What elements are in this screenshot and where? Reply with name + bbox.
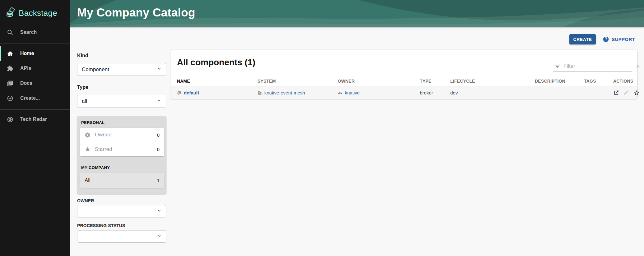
type-select-value: all: [82, 98, 87, 104]
type-select[interactable]: all: [77, 95, 166, 107]
column-header-lifecycle[interactable]: LIFECYCLE: [450, 79, 535, 84]
group-icon: [338, 90, 343, 95]
personal-filter-group: Owned 0 Starred 0: [80, 128, 164, 156]
support-label: SUPPORT: [612, 37, 635, 42]
help-icon: [603, 36, 609, 43]
table-header-row: NAME SYSTEM OWNER TYPE LIFECYCLE DESCRIP…: [171, 76, 637, 86]
kind-select[interactable]: Component: [77, 63, 166, 76]
backstage-logo[interactable]: Backstage: [0, 7, 57, 19]
column-header-owner[interactable]: OWNER: [338, 79, 420, 84]
cell-type: broker: [420, 90, 450, 95]
column-header-tags[interactable]: TAGS: [584, 79, 613, 84]
type-filter-label: Type: [77, 85, 88, 90]
home-icon: [7, 50, 13, 57]
sidebar-item-label: Search: [20, 30, 37, 35]
kind-filter-label: Kind: [77, 53, 88, 58]
owner-link[interactable]: knative: [345, 90, 360, 95]
chevron-down-icon: [157, 98, 162, 104]
owner-filter-label: OWNER: [77, 198, 94, 203]
chip-icon: [177, 90, 182, 95]
sidebar-item-docs[interactable]: Docs: [0, 76, 70, 91]
owner-select[interactable]: [77, 205, 166, 217]
chevron-down-icon: [157, 208, 162, 215]
close-icon[interactable]: [635, 64, 641, 69]
sidebar-item-home[interactable]: Home: [0, 46, 70, 61]
filter-icon: [554, 63, 560, 69]
sidebar-item-create[interactable]: Create...: [0, 91, 70, 106]
backstage-app: My Company Catalog Backstage Search: [0, 0, 644, 256]
system-link[interactable]: knative-event-mesh: [264, 90, 305, 95]
star-border-icon[interactable]: [633, 89, 640, 96]
components-table-card: All components (1) NAME SYSTEM OWNER TYP…: [171, 50, 637, 99]
filter-starred-count: 0: [157, 147, 160, 152]
company-section-heading: MY COMPANY: [81, 165, 110, 170]
support-button[interactable]: SUPPORT: [603, 35, 635, 43]
filter-all-label: All: [85, 177, 90, 184]
cell-actions: [613, 89, 640, 96]
open-in-new-icon[interactable]: [613, 90, 619, 96]
search-icon: [7, 29, 13, 36]
cell-system: knative-event-mesh: [257, 90, 338, 95]
sidebar-item-label: Create...: [20, 95, 40, 101]
cell-lifecycle: dev: [450, 90, 535, 95]
sidebar-item-tech-radar[interactable]: Tech Radar: [0, 112, 70, 127]
puzzle-icon: [7, 65, 13, 72]
filter-owned-count: 0: [157, 132, 160, 138]
create-button[interactable]: CREATE: [569, 34, 596, 44]
cell-owner: knative: [338, 90, 420, 95]
filter-starred-label: Starred: [95, 146, 112, 153]
entity-link[interactable]: default: [184, 90, 199, 95]
logo-text: Backstage: [19, 8, 57, 18]
sidebar-item-label: Docs: [20, 80, 32, 86]
table-title: All components (1): [177, 57, 255, 67]
table-row: default knative-event-mesh: [171, 86, 637, 99]
catalog-filter-card: PERSONAL Owned 0 Starred 0: [77, 116, 166, 194]
tech-radar-icon: [7, 116, 13, 123]
filter-owned[interactable]: Owned 0: [80, 128, 164, 142]
column-header-name[interactable]: NAME: [177, 79, 257, 84]
star-icon: [85, 146, 90, 152]
page-header: My Company Catalog: [70, 0, 644, 27]
column-header-actions: ACTIONS: [613, 79, 633, 84]
backstage-logo-icon: [6, 7, 16, 19]
sidebar-item-label: Tech Radar: [20, 117, 47, 122]
column-header-type[interactable]: TYPE: [420, 79, 450, 84]
kind-select-value: Component: [82, 66, 109, 73]
sidebar-item-label: APIs: [20, 66, 31, 71]
sidebar-item-apis[interactable]: APIs: [0, 61, 70, 76]
table-filter-input[interactable]: [563, 63, 632, 69]
sidebar-divider: [0, 43, 70, 44]
column-header-system[interactable]: SYSTEM: [257, 79, 338, 84]
filter-starred[interactable]: Starred 0: [80, 142, 164, 156]
sidebar-divider: [0, 109, 70, 110]
building-icon: [257, 90, 262, 95]
filter-all-count: 1: [157, 178, 160, 183]
table-filter-field: [553, 61, 632, 71]
filter-all[interactable]: All 1: [80, 173, 164, 188]
gear-icon: [85, 132, 90, 138]
plus-circle-icon: [7, 95, 13, 102]
personal-section-heading: PERSONAL: [81, 120, 104, 125]
sidebar-item-search[interactable]: Search: [0, 25, 70, 40]
sidebar: Backstage Search Home: [0, 0, 70, 256]
cell-name: default: [177, 90, 257, 95]
processing-status-filter-label: PROCESSING STATUS: [77, 223, 125, 228]
docs-icon: [7, 80, 13, 87]
chevron-down-icon: [157, 66, 162, 73]
processing-status-select[interactable]: [77, 230, 166, 243]
column-header-description[interactable]: DESCRIPTION: [535, 79, 584, 84]
page-title: My Company Catalog: [77, 6, 195, 19]
sidebar-item-label: Home: [20, 51, 34, 56]
edit-icon[interactable]: [623, 90, 629, 95]
filter-owned-label: Owned: [95, 132, 112, 138]
chevron-down-icon: [157, 233, 162, 240]
